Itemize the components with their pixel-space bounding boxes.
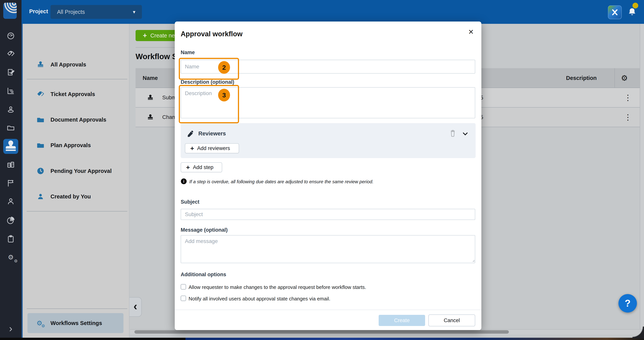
approvals-rail-item-active[interactable] <box>3 139 18 154</box>
info-icon: i <box>181 178 187 184</box>
flag-icon[interactable] <box>6 179 15 187</box>
approval-workflow-modal: Approval workflow × Name 2 Description (… <box>175 22 481 330</box>
workflow-name: Chan <box>162 114 175 120</box>
add-reviewers-label: Add reviewers <box>197 145 230 151</box>
reviewers-step-panel: Reviewers + Add reviewers <box>181 123 476 158</box>
desktop-wallpaper-strip <box>186 338 644 340</box>
person-pin-icon[interactable] <box>6 105 15 114</box>
top-bar: Project All Projects ▾ <box>0 0 644 24</box>
chevron-down-icon: ▾ <box>133 9 135 15</box>
left-rail: ⚙⚙ › <box>0 0 22 340</box>
stamp-icon <box>147 114 154 121</box>
project-selector[interactable]: All Projects ▾ <box>50 5 142 19</box>
person-icon[interactable] <box>6 197 15 206</box>
sidebar: All Approvals Ticket Approvals Document … <box>23 24 130 338</box>
column-header-name[interactable]: Name <box>143 75 158 81</box>
buildings-icon[interactable] <box>6 161 15 169</box>
project-selector-value: All Projects <box>57 9 85 15</box>
table-settings-gear-icon[interactable]: ⚙ <box>621 74 628 82</box>
stamp-icon <box>36 61 44 69</box>
horizontal-scrollbar-thumb[interactable] <box>134 330 509 334</box>
sidebar-divider <box>27 308 127 309</box>
sidebar-item-label: Created by You <box>50 193 91 200</box>
sidebar-collapse-button[interactable]: ‹ <box>130 297 142 317</box>
sidebar-item-label: Workflows Settings <box>50 320 102 326</box>
window-corner <box>632 326 644 338</box>
sidebar-item-ticket-approvals[interactable]: Ticket Approvals <box>23 85 130 104</box>
chart-icon[interactable] <box>6 87 15 95</box>
additional-options-label: Additional options <box>181 272 226 277</box>
workflow-name: Subm <box>162 95 176 101</box>
column-header-description[interactable]: Description <box>566 75 597 81</box>
sidebar-item-pending-your-approval[interactable]: Pending Your Approval <box>23 161 130 181</box>
sidebar-item-label: Pending Your Approval <box>50 168 112 174</box>
folder-icon <box>36 116 44 124</box>
tutorial-step-badge: 3 <box>218 89 230 101</box>
sidebar-item-created-by-you[interactable]: Created by You <box>23 187 130 206</box>
dashboard-icon[interactable] <box>6 32 15 40</box>
resize-handle-icon[interactable] <box>472 259 475 262</box>
chevron-down-icon[interactable] <box>462 130 469 138</box>
row-menu-kebab-icon[interactable]: ⋮ <box>624 93 632 102</box>
plus-icon: + <box>190 145 194 152</box>
gears-icon: ⚙⚙ <box>36 320 42 326</box>
add-reviewers-button[interactable]: + Add reviewers <box>185 143 239 153</box>
person-icon <box>36 192 44 201</box>
chevron-left-icon: ‹ <box>134 301 137 311</box>
description-label: Description (optional) <box>181 79 234 85</box>
sidebar-divider <box>27 211 127 211</box>
message-label: Message (optional) <box>181 227 228 233</box>
plus-icon: + <box>186 164 190 171</box>
settings-gears-icon[interactable]: ⚙⚙ <box>6 253 15 261</box>
folder-icon <box>36 141 44 149</box>
checkbox-allow-requester[interactable] <box>181 284 186 289</box>
document-sign-icon[interactable] <box>6 68 15 77</box>
create-new-label: Create nev <box>150 33 178 39</box>
vertical-scrollbar[interactable] <box>640 24 644 334</box>
pencil-icon <box>187 130 194 138</box>
sidebar-item-label: Document Approvals <box>50 117 106 123</box>
footer-divider <box>175 310 481 310</box>
subject-input[interactable] <box>181 209 475 220</box>
checkbox-notify-users[interactable] <box>181 296 186 301</box>
help-button[interactable]: ? <box>618 294 637 312</box>
project-label: Project <box>29 8 48 15</box>
reviewers-step-title: Reviewers <box>198 130 226 137</box>
brand-logo[interactable] <box>3 3 17 19</box>
row-menu-kebab-icon[interactable]: ⋮ <box>624 113 632 122</box>
trash-icon[interactable] <box>449 129 456 137</box>
window-bottom-edge <box>0 338 186 340</box>
sidebar-item-workflows-settings[interactable]: ⚙⚙ Workflows Settings <box>28 313 124 333</box>
stamp-icon <box>3 139 18 154</box>
sidebar-item-label: All Approvals <box>50 62 86 68</box>
column-separator <box>614 68 615 88</box>
notifications-button[interactable] <box>628 7 637 17</box>
clipboard-icon[interactable] <box>6 234 15 243</box>
add-step-label: Add step <box>193 164 214 170</box>
rail-accent-strip <box>22 24 23 338</box>
close-icon[interactable]: × <box>466 27 476 37</box>
tags-icon[interactable] <box>6 50 15 58</box>
sidebar-item-label: Plan Approvals <box>50 142 91 149</box>
sidebar-item-plan-approvals[interactable]: Plan Approvals <box>23 136 130 155</box>
message-textarea[interactable] <box>181 235 475 263</box>
sidebar-item-all-approvals[interactable]: All Approvals <box>23 55 130 74</box>
info-text: If a step is overdue, all following due … <box>189 179 374 184</box>
page-title: Workflow S <box>136 52 177 61</box>
create-button[interactable]: Create <box>379 315 425 326</box>
app-root: Project All Projects ▾ <box>0 0 644 340</box>
sidebar-divider <box>27 79 127 79</box>
tags-icon <box>36 90 44 98</box>
rail-expand-icon[interactable]: › <box>6 324 15 333</box>
sidebar-item-label: Ticket Approvals <box>50 91 95 97</box>
add-step-button[interactable]: + Add step <box>181 162 222 172</box>
stamp-icon <box>147 94 154 101</box>
app-switcher-button[interactable] <box>608 5 622 19</box>
app-switcher-icon <box>610 8 619 17</box>
folder-icon[interactable] <box>6 124 15 132</box>
pie-chart-icon[interactable] <box>6 216 15 225</box>
modal-title: Approval workflow <box>181 30 242 38</box>
sidebar-item-document-approvals[interactable]: Document Approvals <box>23 110 130 129</box>
checkbox-allow-requester-label: Allow requester to make changes to the a… <box>188 284 366 290</box>
cancel-button[interactable]: Cancel <box>428 314 475 326</box>
